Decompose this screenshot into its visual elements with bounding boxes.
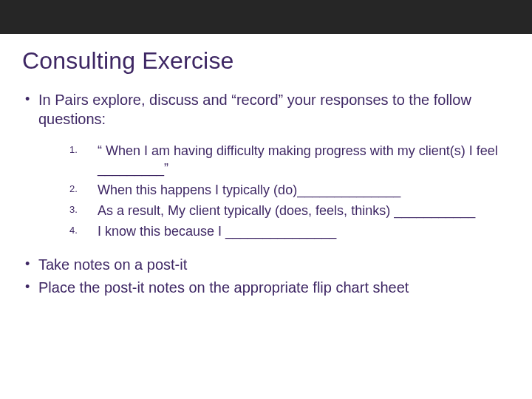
- list-number: 3.: [69, 203, 78, 216]
- numbered-list: 1. “ When I am having difficulty making …: [69, 142, 510, 240]
- bullet-text: Take notes on a post-it: [38, 256, 187, 273]
- bullet-item: Take notes on a post-it: [24, 256, 510, 275]
- slide-body: Consulting Exercise In Pairs explore, di…: [0, 34, 532, 298]
- bullet-text: Place the post-it notes on the appropria…: [38, 279, 409, 296]
- list-text: I know this because I _______________: [98, 224, 336, 239]
- list-item: 2. When this happens I typically (do)___…: [69, 181, 510, 199]
- top-bar: [0, 0, 532, 34]
- bullet-text: In Pairs explore, discuss and “record” y…: [38, 92, 471, 127]
- bullet-list: In Pairs explore, discuss and “record” y…: [24, 91, 510, 298]
- list-text: “ When I am having difficulty making pro…: [98, 143, 498, 176]
- list-item: 4. I know this because I _______________: [69, 222, 510, 240]
- list-text: As a result, My client typically (does, …: [98, 203, 475, 218]
- list-number: 4.: [69, 224, 78, 237]
- bullet-item: In Pairs explore, discuss and “record” y…: [24, 91, 510, 241]
- slide-title: Consulting Exercise: [22, 47, 510, 75]
- bullet-item: Place the post-it notes on the appropria…: [24, 279, 510, 298]
- list-item: 1. “ When I am having difficulty making …: [69, 142, 510, 178]
- list-number: 1.: [69, 143, 78, 157]
- list-item: 3. As a result, My client typically (doe…: [69, 202, 510, 219]
- list-number: 2.: [69, 183, 78, 196]
- list-text: When this happens I typically (do)______…: [98, 183, 400, 197]
